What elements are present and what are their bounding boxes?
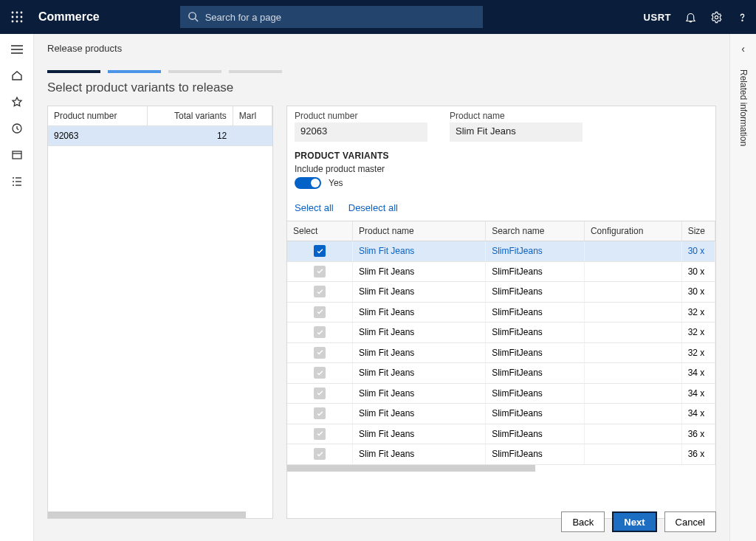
table-row[interactable]: Slim Fit JeansSlimFitJeans32 x — [287, 302, 715, 323]
variant-checkbox-cell[interactable] — [287, 383, 353, 404]
cell-search-name: SlimFitJeans — [486, 363, 585, 384]
modules-icon[interactable] — [11, 176, 23, 190]
svg-rect-17 — [13, 151, 21, 159]
gear-icon[interactable] — [710, 11, 723, 24]
hamburger-icon[interactable] — [10, 44, 24, 58]
cell-product-name: Slim Fit Jeans — [353, 261, 486, 282]
checkbox-icon[interactable] — [314, 266, 326, 278]
search-input[interactable] — [180, 6, 483, 28]
table-row[interactable]: 9206312 — [48, 126, 272, 146]
next-button[interactable]: Next — [612, 511, 656, 532]
cell-product-name: Slim Fit Jeans — [353, 302, 486, 323]
top-bar: Commerce USRT — [0, 0, 756, 34]
variant-checkbox-cell[interactable] — [287, 404, 353, 424]
cell-product-name: Slim Fit Jeans — [353, 241, 486, 262]
recent-icon[interactable] — [11, 123, 23, 137]
breadcrumb: Release products — [47, 43, 716, 54]
cell-configuration — [584, 363, 681, 384]
table-row[interactable]: Slim Fit JeansSlimFitJeans34 x — [287, 363, 715, 384]
left-hscrollbar[interactable] — [48, 511, 272, 518]
variant-checkbox-cell[interactable] — [287, 241, 353, 262]
checkbox-icon[interactable] — [314, 407, 326, 419]
svg-point-12 — [742, 20, 743, 21]
include-master-toggle[interactable] — [295, 177, 321, 189]
variant-checkbox-cell[interactable] — [287, 444, 353, 465]
cell-total-variants: 12 — [147, 126, 233, 146]
deselect-all-link[interactable]: Deselect all — [348, 202, 398, 213]
variant-checkbox-cell[interactable] — [287, 302, 353, 323]
wizard-steps — [47, 70, 716, 73]
cell-configuration — [584, 444, 681, 465]
search-icon — [188, 11, 199, 25]
variant-checkbox-cell[interactable] — [287, 261, 353, 282]
star-icon[interactable] — [11, 96, 23, 111]
table-row[interactable]: Slim Fit JeansSlimFitJeans32 x — [287, 323, 715, 343]
checkbox-icon[interactable] — [314, 428, 326, 440]
variant-checkbox-cell[interactable] — [287, 323, 353, 343]
variant-checkbox-cell[interactable] — [287, 363, 353, 384]
cell-size: 32 x — [681, 302, 715, 323]
vcol-size[interactable]: Size — [681, 221, 715, 241]
home-icon[interactable] — [11, 69, 23, 84]
variants-hscrollbar[interactable] — [287, 465, 715, 472]
vcol-product-name[interactable]: Product name — [353, 221, 486, 241]
cell-product-name: Slim Fit Jeans — [353, 444, 486, 465]
checkbox-icon[interactable] — [314, 367, 326, 379]
col-product-number[interactable]: Product number — [48, 106, 147, 126]
cell-product-name: Slim Fit Jeans — [353, 342, 486, 363]
cancel-button[interactable]: Cancel — [664, 511, 716, 532]
col-total-variants[interactable]: Total variants — [147, 106, 233, 126]
table-row[interactable]: Slim Fit JeansSlimFitJeans30 x — [287, 282, 715, 303]
col-marked[interactable]: Marl — [233, 106, 272, 126]
cell-product-name: Slim Fit Jeans — [353, 282, 486, 303]
table-row[interactable]: Slim Fit JeansSlimFitJeans32 x — [287, 342, 715, 363]
cell-configuration — [584, 241, 681, 262]
cell-configuration — [584, 383, 681, 404]
back-button[interactable]: Back — [561, 511, 605, 532]
cell-search-name: SlimFitJeans — [486, 342, 585, 363]
workspace-icon[interactable] — [11, 149, 23, 164]
checkbox-icon[interactable] — [314, 448, 326, 460]
page-title: Select product variants to release — [47, 80, 716, 95]
table-row[interactable]: Slim Fit JeansSlimFitJeans30 x — [287, 241, 715, 262]
table-row[interactable]: Slim Fit JeansSlimFitJeans36 x — [287, 424, 715, 444]
product-number-field[interactable]: 92063 — [295, 123, 427, 142]
app-launcher-icon[interactable] — [0, 0, 34, 34]
table-row[interactable]: Slim Fit JeansSlimFitJeans34 x — [287, 404, 715, 424]
table-row[interactable]: Slim Fit JeansSlimFitJeans34 x — [287, 383, 715, 404]
product-name-field[interactable]: Slim Fit Jeans — [450, 123, 583, 142]
left-nav-rail — [0, 34, 34, 541]
cell-search-name: SlimFitJeans — [486, 444, 585, 465]
checkbox-icon[interactable] — [314, 326, 326, 338]
checkbox-icon[interactable] — [314, 245, 326, 257]
variant-checkbox-cell[interactable] — [287, 424, 353, 444]
checkbox-icon[interactable] — [314, 347, 326, 359]
chevron-left-icon[interactable]: ‹ — [730, 34, 756, 55]
cell-size: 36 x — [681, 424, 715, 444]
svg-point-3 — [12, 16, 14, 18]
cell-configuration — [584, 282, 681, 303]
cell-product-name: Slim Fit Jeans — [353, 383, 486, 404]
vcol-search-name[interactable]: Search name — [486, 221, 585, 241]
checkbox-icon[interactable] — [314, 306, 326, 318]
cell-search-name: SlimFitJeans — [486, 261, 585, 282]
vcol-configuration[interactable]: Configuration — [584, 221, 681, 241]
related-info-label[interactable]: Related information — [738, 69, 749, 146]
cell-search-name: SlimFitJeans — [486, 383, 585, 404]
variant-checkbox-cell[interactable] — [287, 342, 353, 363]
checkbox-icon[interactable] — [314, 286, 326, 297]
user-label[interactable]: USRT — [644, 12, 671, 23]
vcol-select[interactable]: Select — [287, 221, 353, 241]
checkbox-icon[interactable] — [314, 387, 326, 399]
table-row[interactable]: Slim Fit JeansSlimFitJeans30 x — [287, 261, 715, 282]
variant-checkbox-cell[interactable] — [287, 282, 353, 303]
select-all-link[interactable]: Select all — [295, 202, 334, 213]
table-row[interactable]: Slim Fit JeansSlimFitJeans36 x — [287, 444, 715, 465]
step-4 — [229, 70, 282, 73]
bell-icon[interactable] — [684, 11, 697, 24]
cell-search-name: SlimFitJeans — [486, 323, 585, 343]
help-icon[interactable] — [736, 11, 749, 24]
svg-point-11 — [715, 15, 718, 18]
svg-point-2 — [21, 12, 23, 14]
cell-size: 30 x — [681, 241, 715, 262]
